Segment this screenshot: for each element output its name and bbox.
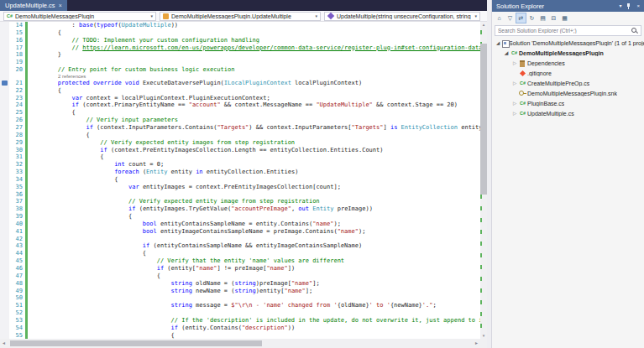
code-line[interactable]: 27 if (context.InputParameters.Contains(… [0, 124, 480, 132]
code-line[interactable]: 26 // Verify input parameters [0, 117, 480, 124]
breakpoint-margin[interactable] [0, 161, 9, 169]
breakpoint-margin[interactable] [0, 302, 9, 309]
code-line[interactable]: 25 { [0, 109, 480, 117]
filter-icon[interactable]: ▽ [505, 13, 515, 23]
expand-icon[interactable]: ▷ [511, 101, 518, 106]
breakpoint-margin[interactable] [0, 257, 9, 265]
breakpoint-margin[interactable] [0, 124, 9, 132]
expand-icon[interactable]: ▷ [511, 111, 518, 116]
breakpoint-margin[interactable] [0, 87, 9, 95]
breakpoint-margin[interactable] [0, 51, 9, 59]
breakpoint-margin[interactable] [0, 205, 9, 213]
code-line[interactable]: 20 // Entry point for custom business lo… [0, 66, 480, 74]
code-line[interactable]: 35 var entityImages = context.PreEntityI… [0, 184, 480, 191]
class-dropdown[interactable]: DemoMultipleMessagesPlugin.UpdateMultipl… [160, 12, 321, 21]
code-line[interactable]: 44 { [0, 250, 480, 257]
code-line[interactable]: 34 { [0, 176, 480, 184]
tab-updatemultiple[interactable]: UpdateMultiple.cs × [0, 0, 67, 11]
code-line[interactable]: 30 if (context.PreEntityImagesCollection… [0, 147, 480, 154]
project-dropdown[interactable]: DemoMultipleMessagesPlugin▾ [3, 12, 156, 21]
breakpoint-margin[interactable] [0, 153, 9, 161]
tree-item[interactable]: .gitignore [492, 68, 644, 78]
code-line[interactable]: 53 // If the 'description' is included i… [0, 317, 480, 325]
tree-item[interactable]: ◢Solution 'DemoMultipleMessagesPlugin' (… [492, 38, 644, 48]
tree-item[interactable]: ◢DemoMultipleMessagesPlugin [492, 48, 644, 58]
code-line[interactable]: 29 // Verify expected entity images from… [0, 139, 480, 147]
horizontal-scrollbar-thumb[interactable] [10, 340, 262, 346]
breakpoint-margin[interactable] [0, 325, 9, 332]
code-line[interactable]: 15 { [0, 29, 480, 37]
home-icon[interactable]: ⌂ [495, 13, 504, 23]
breakpoint-margin[interactable] [0, 236, 9, 243]
collapse-icon[interactable]: ◢ [503, 50, 510, 55]
breakpoint-margin[interactable] [0, 317, 9, 325]
window-position-chevron-icon[interactable]: ▾ [619, 0, 621, 12]
breakpoint-margin[interactable] [0, 29, 9, 37]
code-line[interactable]: 36 [0, 191, 480, 199]
code-line[interactable]: 43 if (entityContainsSampleName && entit… [0, 242, 480, 250]
breakpoint-margin[interactable] [0, 37, 9, 44]
vertical-scrollbar[interactable]: ▴ ▾ [480, 22, 487, 339]
code-line[interactable]: 46 if (entity["name"] != preImage["name"… [0, 265, 480, 273]
expand-icon[interactable]: ▷ [511, 60, 518, 65]
tree-item[interactable]: ▷Dependencies [492, 58, 644, 68]
codelens-references[interactable]: 2 references [29, 74, 480, 80]
breakpoint-margin[interactable] [0, 101, 9, 109]
code-line[interactable]: 49 string newName = (string)entity["name… [0, 288, 480, 295]
tree-item[interactable]: ▷PluginBase.cs [492, 98, 644, 108]
breakpoint-margin[interactable] [0, 242, 9, 250]
tree-item[interactable]: DemoMultipleMessagesPlugin.snk [492, 88, 644, 98]
code-line[interactable]: 23 var context = localPluginContext.Plug… [0, 95, 480, 102]
code-line[interactable]: 51 string message = $"\r\n - 'name' chan… [0, 302, 480, 309]
show-all-files-icon[interactable]: ▤ [538, 13, 547, 23]
breakpoint-margin[interactable] [0, 66, 9, 74]
tree-item[interactable]: ▷CreateMultiplePreOp.cs [492, 78, 644, 88]
horizontal-scrollbar[interactable]: ◂ ▸ [0, 339, 487, 348]
scroll-right-icon[interactable]: ▸ [473, 339, 480, 348]
breakpoint-margin[interactable] [0, 139, 9, 147]
member-dropdown[interactable]: UpdateMultiple(string unsecureConfigurat… [324, 12, 480, 21]
pin-icon[interactable] [626, 3, 632, 10]
breakpoint-margin[interactable] [0, 117, 9, 124]
code-line[interactable]: 31 { [0, 153, 480, 161]
properties-icon[interactable]: ▦ [560, 13, 569, 23]
breakpoint-margin[interactable] [0, 147, 9, 154]
breakpoint-margin[interactable] [0, 221, 9, 228]
code-line[interactable]: 39 { [0, 213, 480, 221]
scroll-left-icon[interactable]: ◂ [0, 339, 8, 348]
breakpoint-margin[interactable] [0, 198, 9, 205]
breakpoint-margin[interactable] [0, 59, 9, 66]
breakpoint-margin[interactable] [0, 280, 9, 288]
sync-with-active-document-icon[interactable]: ⇄ [516, 13, 526, 23]
breakpoint-margin[interactable] [0, 332, 9, 339]
expand-icon[interactable]: ▷ [511, 81, 518, 86]
close-icon[interactable]: × [636, 0, 640, 12]
breakpoint-margin[interactable] [0, 169, 9, 176]
code-line[interactable]: 32 int count = 0; [0, 161, 480, 169]
breakpoint-margin[interactable] [0, 176, 9, 184]
code-line[interactable]: 41 bool entityImageContainsSampleName = … [0, 228, 480, 236]
code-line[interactable]: 21 protected override void ExecuteDatave… [0, 80, 480, 87]
breakpoint-margin[interactable] [0, 294, 9, 302]
breakpoint-margin[interactable] [0, 191, 9, 199]
code-line[interactable]: 42 [0, 236, 480, 243]
code-line[interactable]: 48 string oldName = (string)preImage["na… [0, 280, 480, 288]
breakpoint-margin[interactable] [0, 228, 9, 236]
code-line[interactable]: 52 [0, 309, 480, 317]
code-line[interactable]: 37 // Verify expected entity image from … [0, 198, 480, 205]
code-line[interactable]: 45 // Verify that the entity 'name' valu… [0, 257, 480, 265]
breakpoint-margin[interactable] [0, 95, 9, 102]
code-line[interactable]: 17 // https://learn.microsoft.com/en-us/… [0, 44, 480, 52]
code-line[interactable]: 22 { [0, 87, 480, 95]
breakpoint-margin[interactable] [0, 273, 9, 280]
code-line[interactable]: 47 { [0, 273, 480, 280]
search-icon[interactable] [631, 28, 638, 34]
code-line[interactable]: 54 if (entity.Contains("description")) [0, 325, 480, 332]
collapse-all-icon[interactable]: ⊟ [549, 13, 558, 23]
breakpoint-margin[interactable] [0, 44, 9, 52]
code-line[interactable]: 55 { [0, 332, 480, 339]
code-editor[interactable]: 14 : base(typeof(UpdateMultiple))15 {16 … [0, 22, 487, 339]
code-line[interactable]: 50 [0, 294, 480, 302]
tree-item[interactable]: ▷UpdateMultiple.cs [492, 108, 644, 118]
code-line[interactable]: 38 if (entityImages.TryGetValue("account… [0, 205, 480, 213]
